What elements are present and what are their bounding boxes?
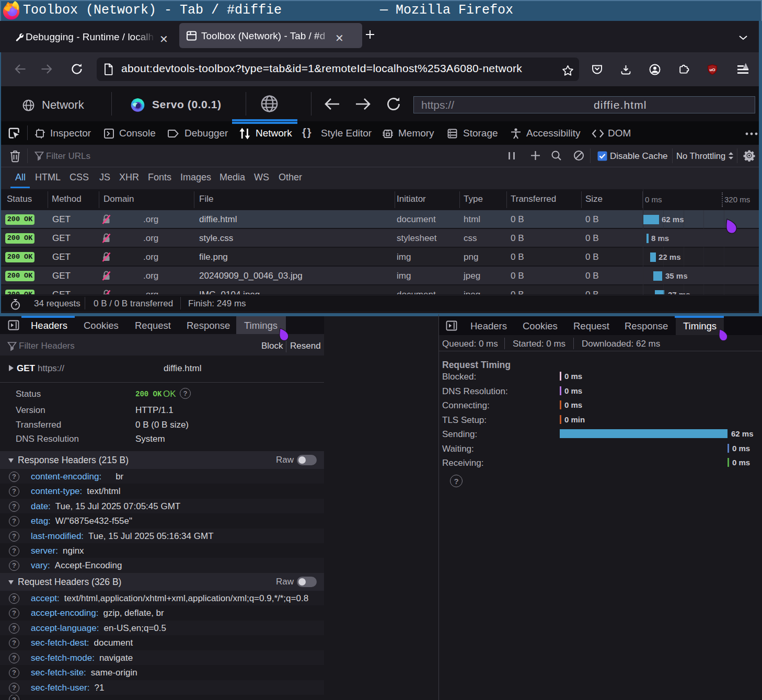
- svg-text:uO: uO: [709, 67, 715, 72]
